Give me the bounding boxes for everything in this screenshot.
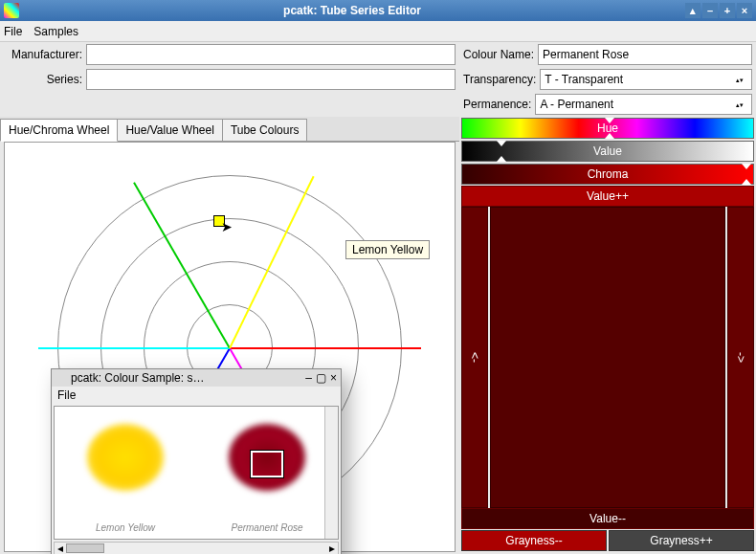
child-max-icon[interactable]: ▢ bbox=[316, 371, 326, 385]
manufacturer-input[interactable] bbox=[86, 44, 456, 65]
colour-name-input[interactable] bbox=[538, 44, 752, 65]
series-label: Series: bbox=[4, 73, 82, 86]
app-icon bbox=[56, 372, 67, 384]
colour-swatch bbox=[490, 207, 725, 508]
hue-left-button[interactable]: <- bbox=[461, 207, 488, 508]
spinner-icon[interactable]: ▴▾ bbox=[736, 101, 747, 108]
child-close-icon[interactable]: × bbox=[330, 371, 337, 385]
transparency-select[interactable]: T - Transparent ▴▾ bbox=[540, 69, 752, 90]
colour-sample-window: pcatk: Colour Sample: s… – ▢ × File Lemo… bbox=[51, 368, 342, 554]
minimize-icon[interactable]: – bbox=[702, 3, 718, 18]
grayness-minus-button[interactable]: Grayness-- bbox=[461, 530, 607, 551]
up-icon[interactable]: ▴ bbox=[685, 3, 700, 18]
value-minus-button[interactable]: Value-- bbox=[461, 508, 754, 529]
menu-samples[interactable]: Samples bbox=[33, 25, 78, 38]
sample-label-2: Permanent Rose bbox=[196, 522, 338, 533]
child-window-title: pcatk: Colour Sample: s… bbox=[71, 371, 301, 385]
cursor-icon: ➤ bbox=[221, 219, 233, 234]
tab-tube-colours[interactable]: Tube Colours bbox=[222, 119, 308, 141]
chroma-slider[interactable]: Chroma bbox=[461, 164, 754, 185]
selection-box[interactable] bbox=[251, 451, 283, 477]
hue-slider[interactable]: Hue bbox=[461, 118, 754, 139]
horizontal-scrollbar[interactable]: ◂ ▸ bbox=[54, 542, 339, 554]
app-icon bbox=[4, 3, 19, 18]
tooltip: Lemon Yellow bbox=[345, 240, 430, 259]
window-title: pcatk: Tube Series Editor bbox=[19, 4, 685, 17]
spinner-icon[interactable]: ▴▾ bbox=[736, 77, 747, 83]
series-input[interactable] bbox=[86, 69, 456, 90]
child-min-icon[interactable]: – bbox=[305, 371, 312, 385]
grayness-plus-button[interactable]: Grayness++ bbox=[609, 530, 754, 551]
colour-name-label: Colour Name: bbox=[463, 48, 534, 61]
manufacturer-label: Manufacturer: bbox=[4, 48, 82, 61]
maximize-icon[interactable]: + bbox=[720, 3, 735, 18]
main-menubar: File Samples bbox=[0, 21, 756, 42]
value-plus-button[interactable]: Value++ bbox=[461, 186, 754, 207]
permanence-select[interactable]: A - Permanent ▴▾ bbox=[535, 94, 752, 115]
transparency-value: T - Transparent bbox=[545, 73, 623, 86]
sample-label-1: Lemon Yellow bbox=[55, 522, 196, 533]
close-icon[interactable]: × bbox=[737, 3, 752, 18]
child-menu-file[interactable]: File bbox=[57, 388, 76, 402]
permanence-value: A - Permanent bbox=[540, 98, 613, 111]
tab-bar: Hue/Chroma Wheel Hue/Value Wheel Tube Co… bbox=[0, 117, 459, 142]
tab-hue-chroma[interactable]: Hue/Chroma Wheel bbox=[0, 119, 118, 142]
window-titlebar: pcatk: Tube Series Editor ▴ – + × bbox=[0, 0, 756, 21]
value-slider[interactable]: Value bbox=[461, 141, 754, 162]
tab-hue-value[interactable]: Hue/Value Wheel bbox=[117, 119, 223, 141]
paint-sample-area[interactable]: Lemon Yellow Permanent Rose bbox=[54, 406, 339, 540]
hue-right-button[interactable]: -> bbox=[727, 207, 754, 508]
permanence-label: Permanence: bbox=[463, 98, 531, 111]
transparency-label: Transparency: bbox=[463, 73, 536, 86]
hue-chroma-wheel[interactable]: ➤ Lemon Yellow pcatk: Colour Sample: s… … bbox=[4, 142, 456, 552]
menu-file[interactable]: File bbox=[4, 25, 22, 38]
vertical-scrollbar[interactable] bbox=[324, 407, 338, 539]
